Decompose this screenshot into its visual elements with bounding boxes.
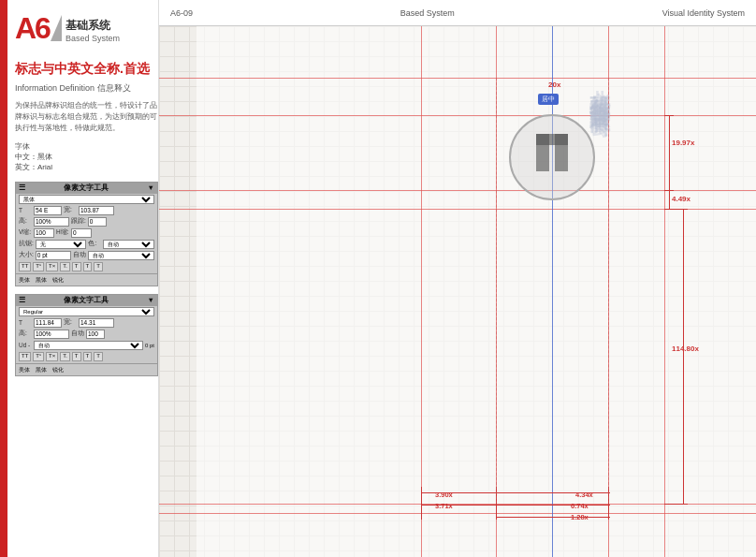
dim-114-80x: 114.80x [672,344,699,353]
tool-panel-1-title: 像素文字工具 [64,183,109,193]
dim-4-49x: 4.49x [672,195,691,203]
tool-panel-2-ud-row: Ud - 自动 0 pt [16,340,157,351]
header-left: A6-09 [170,8,193,18]
tool-panel-1-btn[interactable]: ▼ [148,183,154,192]
sidebar-logo: A6 基础系统 Based System [15,13,158,43]
tool-panel-2-btn-t4[interactable]: T [94,352,103,361]
tool-panel-2-btn-tx[interactable]: T× [46,352,58,361]
dim-v-114-80 [683,209,684,504]
tool-panel-1-scale-v-input[interactable] [34,228,54,238]
dim-19-97x: 19.97x [672,139,694,147]
tool-panel-1-height-input[interactable] [34,217,69,227]
tool-panel-2-h2-input[interactable] [34,330,69,339]
tool-panel-1-meti: 美体 [19,276,30,285]
sidebar-logo-text: 基础系统 Based System [65,18,120,43]
tool-panel-1-row-select[interactable]: 自动 [88,251,154,260]
dim-h-114-bot [664,504,688,505]
tool-panel-1-width-input[interactable] [79,206,114,215]
tool-panel-2-btn[interactable]: ▼ [148,296,154,304]
tool-panel-2-height-row: 高: 自动 [16,329,157,340]
tool-panel-1-size2-label: 大小: [19,251,34,259]
dim-h-bot-4 [496,505,610,506]
sidebar-desc: 为保持品牌标识组合的统一性，特设计了品牌标识与标志名组合规范，为达到预期的可执行… [15,100,158,134]
dim-3-71x: 3.71x [435,502,453,510]
tool-panel-1-btn-t4[interactable]: T [94,262,103,271]
tool-panel-1-scale-h-input[interactable] [71,228,92,238]
sidebar-section-title: 标志与中英文全称.首选 [15,60,158,79]
tool-panel-1-btn-tt[interactable]: TT [19,262,31,271]
tool-panel-2-w2-label: 宽: [64,318,77,327]
tool-panel-2-btn-row2: TT T¹ T× T. T T T [16,351,157,362]
tool-panel-1-track-input[interactable] [88,217,107,227]
tool-panel-2-auto-label: 自动 [71,330,84,338]
tool-panel-1-color-select[interactable]: 自动 [103,240,154,249]
tool-panel-1-divider [16,273,157,274]
tool-panel-1-heiti: 黑体 [36,276,47,285]
tool-panel-1-font-select[interactable]: 黑体 [19,195,154,204]
tool-panel-1-size-input[interactable] [34,206,62,215]
tool-panel-2-h2-label: 高: [19,330,32,338]
tool-panel-1-anti-select[interactable]: 无 [36,240,87,249]
logo-mark [505,110,599,208]
dashed-right [608,78,609,504]
sidebar-logo-cn: 基础系统 [65,18,120,34]
header-center: Based System [400,8,455,18]
tool-panel-1-scale-h-label: H缩: [56,228,69,237]
sidebar-red-bar [0,0,7,557]
tool-panel-2-auto-input[interactable] [86,330,105,339]
guide-h-bottom2 [159,513,756,514]
sidebar-font-cn: 中文：黑体 [15,152,158,162]
tool-panel-2-size-input[interactable] [34,318,62,328]
guide-h-top [159,78,756,79]
sidebar-font-section: 字体 中文：黑体 英文：Arial [15,141,158,172]
tool-panel-2-zero: 0 pt [145,343,154,348]
sidebar-font-en: 英文：Arial [15,162,158,172]
dashed-left [496,78,497,504]
tool-panel-2-btn-t2[interactable]: T [72,352,81,361]
dim-v-4-49 [669,190,670,209]
tool-panel-2-font-select[interactable]: Regular [19,307,154,316]
tool-panel-2-font-row: Regular [16,306,157,317]
tool-panel-1-btn-t1[interactable]: T¹ [33,262,44,271]
tool-panel-2-btn-tdot[interactable]: T. [60,352,70,361]
tool-panel-2: ☰ 像素文字工具 ▼ Regular T 宽: 高: 自动 [15,294,158,376]
tool-panel-2-ud-label: Ud - [19,342,32,348]
dim-h-bot-3 [496,492,610,493]
center-label: 居中 [538,94,559,105]
content-bg [196,26,756,557]
tool-panel-2-btn-t1[interactable]: T¹ [33,352,44,361]
sidebar-font-title: 字体 [15,141,158,152]
tool-panel-2-size-row: T 宽: [16,317,157,329]
tool-panel-2-ruihua2: 锐化 [52,366,64,374]
tool-panel-1-size2-input[interactable] [36,251,71,260]
tool-panel-1-size-row: T 宽: [16,205,157,216]
tool-panel-1-btn-tdot[interactable]: T. [60,262,70,271]
sidebar-logo-slash [51,15,62,41]
tool-panel-2-bottom-row: 美体 黑体 锐化 [16,365,157,375]
dim-h-114-top [664,209,688,210]
tool-panel-1-icon: ☰ [19,183,25,192]
tool-panel-2-btn-t3[interactable]: T [83,352,93,361]
tool-panel-1-btn-t2[interactable]: T [72,262,81,271]
tool-panel-2-header: ☰ 像素文字工具 ▼ [16,295,157,306]
tool-panel-1-anti-label: 抗锯: [19,240,34,248]
dim-h-bot-2 [421,505,498,506]
dim-h-19-97-top [664,115,674,116]
canvas-area: 20x 居中 北京维棉时代投资基金管理有限公司 19.97x 4.49x 114 [159,26,756,557]
header-right: Visual Identity System [662,8,745,18]
svg-point-0 [510,115,594,199]
tool-panel-2-btn-tt[interactable]: TT [19,352,31,361]
tool-panel-1-btn-tx[interactable]: T× [46,262,58,271]
tool-panel-2-ud-select[interactable]: 自动 [34,341,143,350]
guide-v-right [664,26,665,557]
tool-panel-2-heiti2: 黑体 [36,366,47,374]
tool-panel-1-btn-row: TT T¹ T× T. T T T [16,261,157,272]
tool-panel-1-width-label: 宽: [64,206,77,214]
tool-panel-2-icon: ☰ [19,296,25,304]
dim-6-74x: 6.74x [571,502,589,510]
tool-panel-2-meti2: 美体 [19,366,30,374]
dim-h-bot-1 [421,492,498,493]
tool-panel-2-w2-input[interactable] [79,318,114,328]
sidebar: A6 基础系统 Based System 标志与中英文全称.首选 Informa… [0,0,159,557]
tool-panel-1-btn-t3[interactable]: T [83,262,93,271]
